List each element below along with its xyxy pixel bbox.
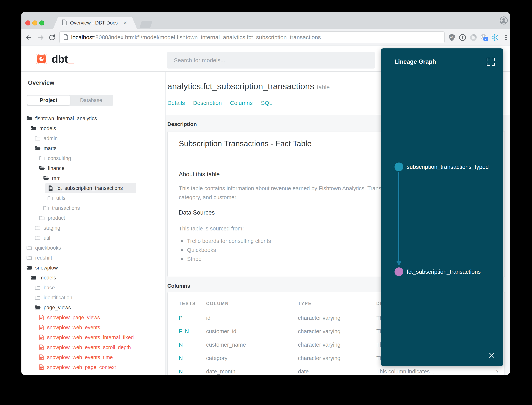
power-extension-icon[interactable]: x [479, 33, 488, 42]
lineage-node-upstream[interactable]: subscription_transactions_typed [394, 162, 489, 171]
sidebar-item-label: redshift [35, 255, 52, 261]
folder-open-icon [35, 146, 40, 151]
column-name: date_month [206, 368, 235, 375]
tests-badges: P [179, 315, 185, 321]
profile-avatar[interactable] [499, 16, 508, 25]
column-type: character varying [298, 342, 340, 348]
nav-sql[interactable]: SQL [261, 100, 272, 106]
folder-closed-icon [39, 215, 45, 221]
sidebar-item-marts[interactable]: marts [35, 143, 57, 153]
loop-extension-icon[interactable] [469, 33, 478, 42]
source-list-item: Quickbooks [181, 247, 216, 253]
sidebar-item-consulting[interactable]: consulting [39, 153, 71, 163]
folder-closed-icon [35, 295, 40, 300]
close-icon[interactable] [488, 352, 495, 359]
about-heading: About this table [179, 171, 220, 178]
sidebar-item-staging[interactable]: staging [35, 223, 60, 233]
lineage-title: Lineage Graph [394, 58, 436, 65]
sidebar-item-utils[interactable]: utils [47, 193, 66, 203]
sidebar-item-label: models [39, 275, 56, 281]
folder-closed-icon [35, 136, 40, 141]
sidebar-item-snowplow[interactable]: snowplow [26, 263, 58, 273]
data-sources-intro: This table is sourced from: [179, 225, 244, 232]
sidebar-item-admin[interactable]: admin [35, 133, 58, 143]
description-section-label: Description [167, 121, 197, 127]
sidebar-item-label: transactions [52, 205, 80, 211]
bullet-icon [181, 258, 183, 260]
sidebar-item-label: snowplow [35, 265, 58, 271]
column-row-customer_name[interactable]: Ncustomer_namecharacter varyingThis colu… [21, 340, 359, 350]
sidebar-item-finance[interactable]: finance [39, 163, 65, 173]
sidebar-item-fishtown_internal_analytics[interactable]: fishtown_internal_analytics [26, 114, 97, 123]
tests-badges: N [179, 355, 185, 361]
sidebar-item-models[interactable]: models [31, 123, 56, 133]
node-dot [394, 267, 403, 276]
folder-closed-icon [26, 255, 32, 261]
column-type: character varying [298, 328, 340, 335]
nav-columns[interactable]: Columns [230, 100, 253, 106]
sidebar-item-label: page_views [44, 305, 71, 311]
sidebar-item-label: utils [56, 195, 66, 201]
nav-description[interactable]: Description [193, 100, 222, 106]
sidebar-item-label: finance [48, 165, 65, 171]
column-row-category[interactable]: Ncategorycharacter varyingThis column in… [21, 354, 359, 363]
sidebar-item-label: marts [44, 145, 57, 151]
sidebar-item-models[interactable]: models [31, 273, 56, 283]
sidebar-item-label: admin [44, 135, 58, 142]
source-list-item: Trello boards for consulting clients [181, 238, 271, 244]
sidebar-item-label: base [44, 285, 55, 291]
onepassword-icon[interactable] [458, 33, 467, 42]
sidebar-item-page_views[interactable]: page_views [35, 303, 71, 313]
bullet-icon [181, 249, 183, 251]
sidebar-item-label: fishtown_internal_analytics [35, 116, 97, 122]
column-type: character varying [298, 315, 340, 321]
sidebar-item-util[interactable]: util [35, 233, 50, 243]
column-row-customer_id[interactable]: FNcustomer_idcharacter varyingThis colum… [21, 327, 359, 336]
search-input[interactable] [167, 52, 375, 68]
expand-chevron-icon[interactable]: › [496, 367, 498, 375]
sidebar-item-label: staging [44, 225, 60, 231]
snowflake-icon[interactable] [491, 33, 499, 42]
lineage-arrowhead-icon [396, 261, 401, 266]
sidebar-item-product[interactable]: product [39, 213, 65, 223]
sidebar-item-base[interactable]: base [35, 283, 55, 293]
folder-closed-icon [39, 155, 45, 161]
sidebar-item-redshift[interactable]: redshift [26, 253, 52, 263]
column-row-date_month[interactable]: Ndate_monthdateThis column indicates ...… [21, 367, 359, 375]
column-name: customer_name [206, 342, 246, 348]
folder-closed-icon [26, 245, 32, 250]
folder-closed-icon [35, 285, 40, 290]
lineage-node-current[interactable]: fct_subscription_transactions [394, 267, 481, 276]
sidebar-item-label: fct_subscription_transactions [56, 185, 123, 191]
lineage-edge [398, 172, 399, 261]
bullet-icon [181, 240, 183, 242]
folder-closed-icon [35, 225, 40, 231]
model-nav: Details Description Columns SQL [167, 100, 272, 106]
lineage-panel: Lineage Graph subscription_transactions_… [381, 48, 503, 366]
folder-open-icon [43, 176, 49, 181]
doc-heading: Subscription Transactions - Fact Table [179, 139, 311, 148]
sidebar-item-transactions[interactable]: transactions [43, 203, 80, 213]
svg-text:uO: uO [450, 36, 453, 39]
node-dot [394, 162, 403, 171]
model-icon [48, 185, 53, 191]
about-text-line2: category, and customer. [179, 194, 237, 201]
nav-details[interactable]: Details [167, 100, 185, 106]
sidebar-item-identification[interactable]: identification [35, 293, 72, 303]
sidebar-item-fct_subscription_transactions[interactable]: fct_subscription_transactions [45, 183, 136, 193]
folder-open-icon [39, 166, 45, 171]
sidebar-item-label: util [44, 235, 50, 241]
column-name: customer_id [206, 328, 236, 335]
sidebar-item-mrr[interactable]: mrr [43, 173, 60, 183]
folder-closed-icon [43, 205, 49, 211]
folder-open-icon [31, 126, 36, 131]
column-row-id[interactable]: Pidcharacter varyingThis column indicate… [21, 314, 359, 323]
sidebar-item-quickbooks[interactable]: quickbooks [26, 243, 61, 253]
sidebar-item-label: mrr [52, 175, 60, 181]
tests-badges: N [179, 368, 185, 375]
browser-menu-icon[interactable] [502, 33, 510, 42]
tests-badges: N [179, 342, 185, 348]
fullscreen-icon[interactable] [487, 58, 495, 66]
ublock-shield-icon[interactable]: uO [448, 33, 456, 42]
column-description: This column indicates ... [376, 368, 436, 375]
